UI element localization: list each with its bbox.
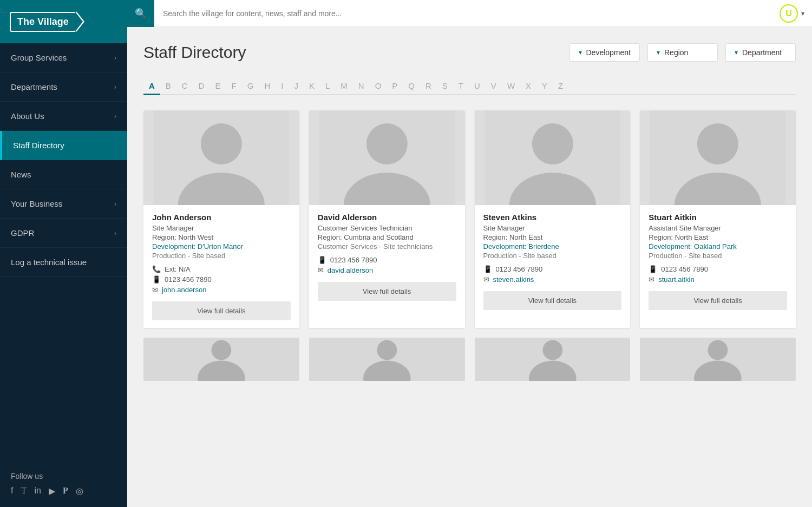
card-email: ✉ stuart.aitkin (649, 275, 787, 284)
twitter-icon[interactable]: 𝕋 (21, 486, 27, 496)
filter-region[interactable]: ▾ Region (647, 43, 718, 62)
chevron-right-icon: › (114, 83, 116, 91)
alpha-letter-G[interactable]: G (242, 78, 259, 94)
alpha-letter-C[interactable]: C (176, 78, 193, 94)
alpha-letter-I[interactable]: I (276, 78, 289, 94)
staff-card-1: David Alderson Customer Services Technic… (309, 110, 465, 328)
alpha-letter-J[interactable]: J (289, 78, 304, 94)
user-dropdown[interactable]: U ▾ (772, 4, 812, 23)
sidebar-item-log-technical-issue[interactable]: Log a technical issue (0, 248, 127, 277)
card-phone: 📱 0123 456 7890 (318, 256, 456, 264)
sidebar-item-about-us[interactable]: About Us› (0, 102, 127, 131)
email-icon: ✉ (318, 266, 324, 274)
alpha-letter-X[interactable]: X (520, 78, 536, 94)
search-icon: 🔍 (135, 8, 147, 19)
card-dept: Production - Site based (649, 252, 787, 260)
linkedin-icon[interactable]: in (34, 486, 41, 496)
chevron-down-icon: ▾ (579, 49, 582, 56)
card-body: Steven Atkins Site Manager Region: North… (475, 205, 631, 318)
view-details-button[interactable]: View full details (649, 291, 787, 310)
card-region: Region: North East (649, 233, 787, 241)
alpha-letter-W[interactable]: W (502, 78, 520, 94)
card-development: Development: D'Urton Manor (152, 242, 291, 251)
card-footer: View full details (649, 291, 787, 310)
card-email: ✉ steven.atkins (483, 275, 622, 284)
alpha-letter-B[interactable]: B (160, 78, 176, 94)
nav-label: About Us (11, 111, 44, 121)
card-name: Steven Atkins (483, 213, 622, 222)
chevron-right-icon: › (114, 229, 116, 237)
nav-label: Your Business (11, 199, 62, 208)
logo-text: The Village (17, 16, 69, 28)
alpha-letter-O[interactable]: O (370, 78, 387, 94)
user-chevron: ▾ (801, 10, 804, 17)
sidebar-item-departments[interactable]: Departments› (0, 73, 127, 102)
alpha-letter-S[interactable]: S (437, 78, 453, 94)
alpha-letter-P[interactable]: P (387, 78, 403, 94)
sidebar-item-your-business[interactable]: Your Business› (0, 189, 127, 219)
alphabet-nav: ABCDEFGHIJKLMNOPQRSTUVWXYZ (143, 78, 796, 95)
card-dept: Production - Site based (483, 252, 622, 260)
email-icon: ✉ (152, 286, 158, 294)
sidebar-item-gdpr[interactable]: GDPR› (0, 219, 127, 248)
nav-label: News (11, 170, 31, 179)
chevron-down-icon: ▾ (657, 49, 660, 56)
main-area: 🔍 U ▾ Staff Directory ▾ Development ▾ Re… (127, 0, 812, 507)
mobile-icon: 📱 (318, 256, 326, 264)
view-details-button[interactable]: View full details (483, 291, 622, 310)
alpha-letter-N[interactable]: N (353, 78, 370, 94)
alpha-letter-F[interactable]: F (226, 78, 242, 94)
search-icon-box[interactable]: 🔍 (127, 0, 154, 27)
alpha-letter-E[interactable]: E (210, 78, 226, 94)
user-avatar[interactable]: U (780, 4, 798, 23)
view-details-button[interactable]: View full details (152, 301, 291, 320)
facebook-icon[interactable]: f (11, 486, 13, 496)
card-dept: Customer Services - Site technicians (318, 242, 456, 251)
alpha-letter-K[interactable]: K (304, 78, 320, 94)
alpha-letter-Y[interactable]: Y (536, 78, 553, 94)
card-ext: 📞 Ext: N/A (152, 265, 291, 273)
logo-box[interactable]: The Village (10, 12, 76, 32)
alpha-letter-T[interactable]: T (453, 78, 469, 94)
pinterest-icon[interactable]: 𝐏 (63, 486, 68, 496)
sidebar: The Village Group Services›Departments›A… (0, 0, 127, 507)
alpha-letter-V[interactable]: V (486, 78, 502, 94)
view-details-button[interactable]: View full details (318, 282, 456, 301)
alpha-letter-D[interactable]: D (193, 78, 210, 94)
alpha-letter-R[interactable]: R (420, 78, 437, 94)
partial-card (309, 338, 465, 381)
alpha-letter-U[interactable]: U (469, 78, 486, 94)
alpha-letter-Q[interactable]: Q (403, 78, 420, 94)
sidebar-item-group-services[interactable]: Group Services› (0, 43, 127, 73)
email-icon: ✉ (649, 275, 654, 284)
card-role: Assistant Site Manager (649, 224, 787, 232)
card-development: Development: Oakland Park (649, 242, 787, 251)
filter-department[interactable]: ▾ Department (725, 43, 796, 62)
instagram-icon[interactable]: ◎ (76, 486, 83, 496)
search-input[interactable] (154, 9, 772, 18)
alpha-letter-Z[interactable]: Z (553, 78, 568, 94)
card-body: John Anderson Site Manager Region: North… (143, 205, 299, 328)
nav-label: Staff Directory (13, 141, 64, 150)
staff-card-2: Steven Atkins Site Manager Region: North… (475, 110, 631, 328)
content-header: Staff Directory ▾ Development ▾ Region ▾… (143, 43, 796, 62)
filter-development[interactable]: ▾ Development (569, 43, 640, 62)
alpha-letter-M[interactable]: M (335, 78, 353, 94)
youtube-icon[interactable]: ▶ (49, 486, 55, 496)
sidebar-item-staff-directory[interactable]: Staff Directory (0, 131, 127, 160)
alpha-letter-A[interactable]: A (143, 78, 160, 95)
card-footer: View full details (483, 291, 622, 310)
card-role: Customer Services Technician (318, 224, 456, 232)
filter-development-label: Development (586, 48, 631, 57)
card-photo (309, 110, 465, 205)
alpha-letter-H[interactable]: H (259, 78, 276, 94)
card-email: ✉ john.anderson (152, 286, 291, 294)
partial-card (640, 338, 796, 381)
partial-photo (640, 338, 796, 381)
card-dept: Production - Site based (152, 252, 291, 260)
filter-region-label: Region (664, 48, 688, 57)
sidebar-item-news[interactable]: News (0, 160, 127, 189)
follow-section: Follow us f 𝕋 in ▶ 𝐏 ◎ (0, 461, 127, 507)
alpha-letter-L[interactable]: L (320, 78, 335, 94)
card-footer: View full details (152, 301, 291, 320)
